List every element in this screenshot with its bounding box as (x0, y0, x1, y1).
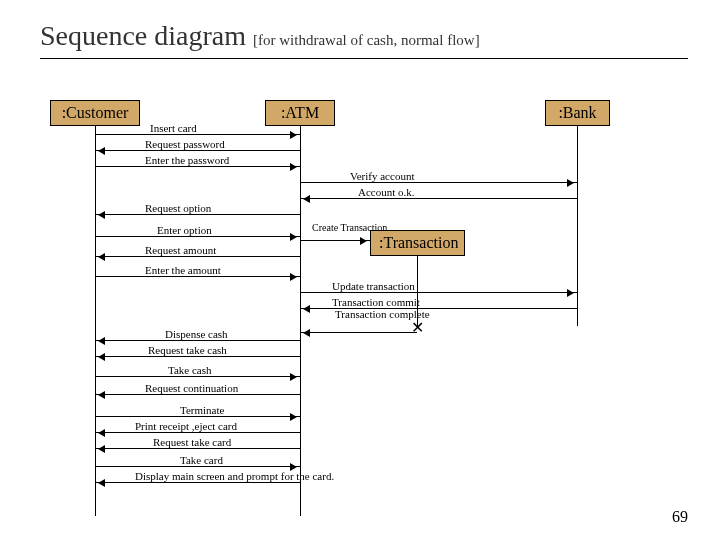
sequence-diagram: :Customer :ATM :Bank :Transaction ✕ Inse… (40, 100, 688, 520)
arrow-take-card (95, 466, 300, 467)
destroy-icon: ✕ (411, 318, 424, 337)
arrow-transaction-complete (300, 332, 417, 333)
msg-verify-account: Verify account (350, 170, 414, 182)
arrow-enter-password (95, 166, 300, 167)
page-title: Sequence diagram [for withdrawal of cash… (40, 20, 688, 52)
msg-create-transaction: Create Transaction (312, 223, 387, 233)
msg-insert-card: Insert card (150, 122, 197, 134)
msg-display-main: Display main screen and prompt for the c… (135, 470, 334, 482)
lifeline-customer (95, 126, 96, 516)
arrow-account-ok (300, 198, 577, 199)
msg-enter-password: Enter the password (145, 154, 229, 166)
divider (40, 58, 688, 59)
arrow-update-transaction (300, 292, 577, 293)
arrow-request-continuation (95, 394, 300, 395)
msg-update-transaction: Update transaction (332, 280, 415, 292)
arrow-terminate (95, 416, 300, 417)
arrow-request-option (95, 214, 300, 215)
arrow-request-take-cash (95, 356, 300, 357)
arrow-verify-account (300, 182, 577, 183)
subtitle-text: [for withdrawal of cash, normal flow] (253, 32, 480, 48)
arrow-enter-amount (95, 276, 300, 277)
page-number: 69 (672, 508, 688, 526)
arrow-request-password (95, 150, 300, 151)
arrow-request-amount (95, 256, 300, 257)
msg-take-cash: Take cash (168, 364, 212, 376)
msg-request-take-card: Request take card (153, 436, 231, 448)
participant-transaction: :Transaction (370, 230, 465, 256)
msg-request-take-cash: Request take cash (148, 344, 227, 356)
slide: Sequence diagram [for withdrawal of cash… (0, 0, 728, 546)
arrow-dispense-cash (95, 340, 300, 341)
msg-request-option: Request option (145, 202, 211, 214)
participant-atm: :ATM (265, 100, 335, 126)
msg-request-password: Request password (145, 138, 225, 150)
participant-bank: :Bank (545, 100, 610, 126)
msg-transaction-commit: Transaction commit (332, 296, 420, 308)
arrow-print-receipt (95, 432, 300, 433)
arrow-create-transaction (300, 240, 370, 241)
arrow-display-main (95, 482, 300, 483)
msg-account-ok: Account o.k. (358, 186, 415, 198)
msg-enter-amount: Enter the amount (145, 264, 221, 276)
arrow-enter-option (95, 236, 300, 237)
title-text: Sequence diagram (40, 20, 246, 51)
msg-take-card: Take card (180, 454, 223, 466)
msg-dispense-cash: Dispense cash (165, 328, 228, 340)
participant-customer: :Customer (50, 100, 140, 126)
arrow-request-take-card (95, 448, 300, 449)
msg-print-receipt: Print receipt ,eject card (135, 420, 237, 432)
msg-enter-option: Enter option (157, 224, 212, 236)
msg-transaction-complete: Transaction complete (335, 309, 430, 320)
arrow-take-cash (95, 376, 300, 377)
msg-request-amount: Request amount (145, 244, 216, 256)
arrow-insert-card (95, 134, 300, 135)
msg-terminate: Terminate (180, 404, 224, 416)
lifeline-atm (300, 126, 301, 516)
msg-request-continuation: Request continuation (145, 382, 238, 394)
